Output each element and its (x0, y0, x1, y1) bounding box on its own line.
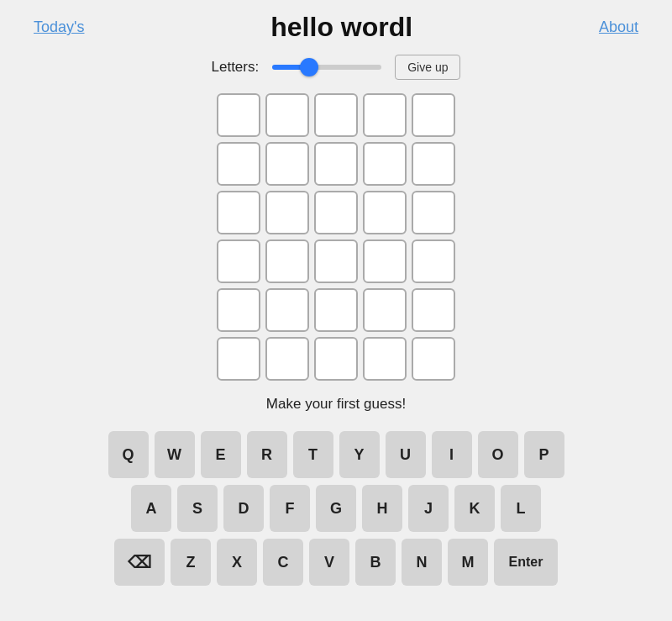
grid-cell (217, 337, 260, 381)
grid-cell (363, 93, 407, 137)
key-z[interactable]: Z (171, 539, 211, 586)
app-title: hello wordl (270, 12, 412, 43)
key-g[interactable]: G (316, 485, 356, 532)
keyboard-row-1: ASDFGHJKL (131, 485, 541, 532)
controls: Letters: Give up (212, 55, 461, 80)
backspace-icon: ⌫ (128, 552, 151, 572)
key-backspace[interactable]: ⌫ (114, 539, 165, 586)
grid-cell (363, 142, 407, 186)
key-o[interactable]: O (478, 431, 518, 478)
keyboard-row-2: ⌫ZXCVBNMEnter (114, 539, 558, 586)
grid-cell (217, 288, 260, 332)
game-message: Make your first guess! (266, 396, 406, 413)
key-v[interactable]: V (309, 539, 349, 586)
key-h[interactable]: H (362, 485, 402, 532)
keyboard-row-0: QWERTYUIOP (108, 431, 564, 478)
grid-cell (217, 191, 260, 234)
grid-cell (314, 239, 358, 283)
grid-cell (265, 93, 309, 137)
key-u[interactable]: U (386, 431, 426, 478)
key-m[interactable]: M (448, 539, 488, 586)
key-i[interactable]: I (432, 431, 472, 478)
grid-cell (314, 288, 358, 332)
game-grid (217, 93, 455, 381)
key-r[interactable]: R (247, 431, 287, 478)
grid-cell (412, 93, 455, 137)
grid-cell (217, 142, 260, 186)
grid-cell (314, 337, 358, 381)
grid-cell (412, 239, 455, 283)
grid-cell (265, 239, 309, 283)
about-link[interactable]: About (599, 18, 638, 36)
grid-cell (412, 288, 455, 332)
give-up-button[interactable]: Give up (395, 55, 460, 80)
key-enter[interactable]: Enter (494, 539, 558, 586)
key-c[interactable]: C (263, 539, 303, 586)
header: Today's hello wordl About (0, 0, 672, 55)
key-q[interactable]: Q (108, 431, 149, 478)
grid-cell (363, 239, 407, 283)
slider-container (272, 65, 381, 70)
grid-cell (314, 142, 358, 186)
grid-cell (363, 337, 407, 381)
grid-cell (265, 337, 309, 381)
grid-cell (412, 142, 455, 186)
grid-cell (363, 288, 407, 332)
key-a[interactable]: A (131, 485, 171, 532)
key-e[interactable]: E (201, 431, 241, 478)
key-t[interactable]: T (293, 431, 333, 478)
key-x[interactable]: X (217, 539, 257, 586)
key-j[interactable]: J (408, 485, 449, 532)
key-n[interactable]: N (402, 539, 442, 586)
todays-link[interactable]: Today's (34, 18, 84, 36)
key-d[interactable]: D (223, 485, 264, 532)
key-l[interactable]: L (501, 485, 541, 532)
grid-cell (217, 93, 260, 137)
grid-cell (363, 191, 407, 234)
grid-cell (412, 337, 455, 381)
grid-cell (265, 142, 309, 186)
key-f[interactable]: F (270, 485, 310, 532)
grid-cell (314, 191, 358, 234)
letters-slider[interactable] (272, 65, 381, 70)
grid-cell (265, 191, 309, 234)
key-k[interactable]: K (454, 485, 495, 532)
grid-cell (265, 288, 309, 332)
key-y[interactable]: Y (339, 431, 380, 478)
letters-label: Letters: (212, 59, 260, 76)
key-s[interactable]: S (177, 485, 218, 532)
key-w[interactable]: W (155, 431, 195, 478)
grid-cell (412, 191, 455, 234)
keyboard: QWERTYUIOPASDFGHJKL⌫ZXCVBNMEnter (0, 431, 672, 586)
key-b[interactable]: B (355, 539, 396, 586)
grid-cell (217, 239, 260, 283)
grid-cell (314, 93, 358, 137)
key-p[interactable]: P (524, 431, 564, 478)
